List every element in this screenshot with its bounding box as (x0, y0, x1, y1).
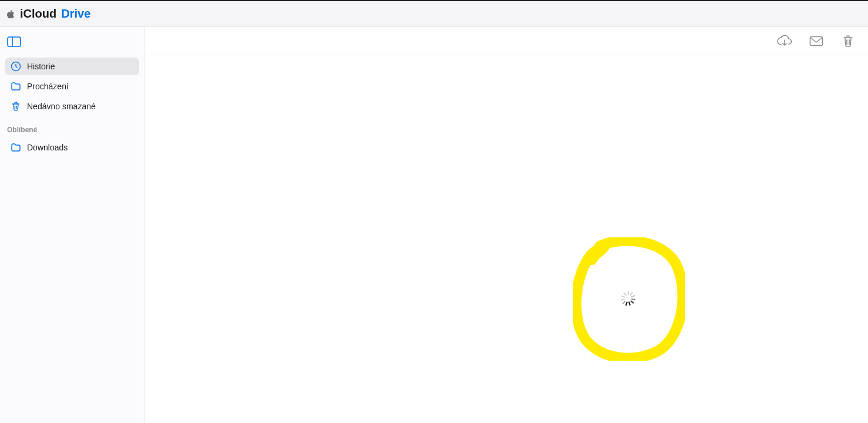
svg-line-14 (624, 293, 626, 296)
sidebar-item-history[interactable]: Historie (5, 58, 139, 75)
sidebar: Historie Procházení Nedávno smazané Oblí… (0, 27, 144, 423)
svg-line-9 (629, 302, 630, 305)
title-drive: Drive (61, 7, 90, 21)
sidebar-item-label: Downloads (27, 143, 68, 152)
title-icloud: iCloud (20, 7, 56, 21)
sidebar-item-label: Procházení (27, 82, 69, 91)
trash-icon (11, 101, 21, 112)
svg-line-5 (631, 293, 633, 295)
svg-line-8 (631, 301, 634, 303)
toolbar (144, 27, 868, 55)
download-button[interactable] (776, 33, 793, 49)
sidebar-item-label: Historie (27, 62, 55, 71)
apple-logo-icon (6, 9, 15, 19)
sidebar-toggle-button[interactable] (7, 36, 21, 47)
clock-icon (11, 61, 21, 72)
sidebar-item-browse[interactable]: Procházení (5, 78, 139, 95)
sidebar-item-label: Nedávno smazané (27, 102, 96, 111)
svg-line-13 (622, 296, 625, 297)
svg-rect-3 (810, 36, 823, 45)
folder-icon (11, 81, 21, 92)
workspace: Historie Procházení Nedávno smazané Oblí… (0, 27, 868, 423)
share-email-button[interactable] (808, 33, 825, 49)
sidebar-item-downloads[interactable]: Downloads (5, 139, 139, 156)
folder-icon (11, 142, 21, 153)
svg-line-11 (623, 301, 625, 303)
delete-button[interactable] (840, 33, 856, 49)
sidebar-item-recently-deleted[interactable]: Nedávno smazané (5, 98, 139, 115)
svg-line-6 (632, 296, 635, 297)
svg-rect-0 (8, 37, 21, 46)
loading-spinner-icon (620, 290, 637, 307)
favorites-header: Oblíbené (5, 118, 139, 136)
app-header: iCloud Drive (0, 0, 868, 27)
svg-line-7 (632, 299, 635, 300)
main-area (144, 27, 868, 423)
content-canvas (144, 55, 868, 423)
svg-line-12 (621, 300, 624, 300)
svg-line-10 (626, 303, 627, 306)
